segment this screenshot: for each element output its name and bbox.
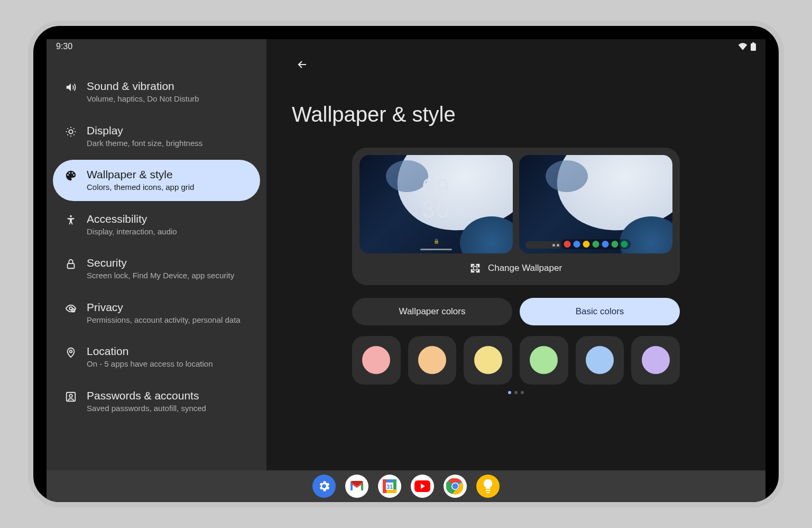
color-tabs: Wallpaper colors Basic colors xyxy=(352,298,680,325)
svg-point-10 xyxy=(69,394,72,397)
setting-subtitle: Permissions, account activity, personal … xyxy=(87,315,248,325)
lock-icon xyxy=(64,258,77,270)
lock-small-icon: 🔒 xyxy=(433,239,439,244)
wallpaper-icon xyxy=(470,263,481,274)
setting-subtitle: Screen lock, Find My Device, app securit… xyxy=(87,270,248,281)
sidebar-item-sound[interactable]: Sound & vibration Volume, haptics, Do No… xyxy=(53,71,260,113)
pager-dot[interactable] xyxy=(521,391,524,394)
sidebar-item-display[interactable]: Display Dark theme, font size, brightnes… xyxy=(53,116,260,157)
color-swatch-purple[interactable] xyxy=(631,336,680,385)
privacy-icon xyxy=(64,302,77,315)
tab-wallpaper-colors[interactable]: Wallpaper colors xyxy=(352,298,512,325)
svg-rect-1 xyxy=(752,42,754,44)
app-calendar[interactable]: 31 xyxy=(378,475,401,498)
setting-title: Sound & vibration xyxy=(87,80,248,93)
tab-basic-colors[interactable]: Basic colors xyxy=(520,298,680,325)
setting-subtitle: Saved passwords, autofill, synced xyxy=(87,403,248,414)
screen: 9:30 Sound & vibration xyxy=(47,39,765,502)
svg-point-23 xyxy=(453,484,458,489)
homescreen-preview[interactable] xyxy=(519,155,672,253)
setting-subtitle: Dark theme, font size, brightness xyxy=(87,138,248,149)
brightness-icon xyxy=(64,125,77,138)
app-chrome[interactable] xyxy=(444,475,467,498)
color-swatch-yellow[interactable] xyxy=(464,336,512,385)
setting-title: Privacy xyxy=(87,301,248,314)
setting-title: Display xyxy=(87,124,248,137)
pager-dot[interactable] xyxy=(508,391,511,394)
status-time: 9:30 xyxy=(56,42,72,51)
change-wallpaper-button[interactable]: Change Wallpaper xyxy=(359,253,672,278)
location-icon xyxy=(64,346,77,359)
tablet-frame: 9:30 Sound & vibration xyxy=(28,21,784,507)
pager-dot[interactable] xyxy=(514,391,518,394)
setting-subtitle: Volume, haptics, Do Not Disturb xyxy=(87,94,248,104)
setting-subtitle: On - 5 apps have access to location xyxy=(87,359,248,369)
sidebar-item-passwords[interactable]: Passwords & accounts Saved passwords, au… xyxy=(53,381,260,422)
taskbar: 31 xyxy=(47,470,765,502)
svg-point-3 xyxy=(70,215,72,217)
app-keep[interactable] xyxy=(476,475,500,498)
back-button[interactable] xyxy=(292,54,313,75)
change-wallpaper-label: Change Wallpaper xyxy=(488,263,562,274)
sidebar-item-security[interactable]: Security Screen lock, Find My Device, ap… xyxy=(53,248,260,289)
setting-title: Wallpaper & style xyxy=(87,168,248,181)
color-swatch-green[interactable] xyxy=(520,336,568,385)
setting-subtitle: Colors, themed icons, app grid xyxy=(87,182,248,193)
svg-point-8 xyxy=(70,350,72,353)
account-icon xyxy=(64,390,77,403)
svg-rect-11 xyxy=(474,267,477,270)
color-swatch-blue[interactable] xyxy=(576,336,624,385)
setting-title: Passwords & accounts xyxy=(87,389,248,402)
lock-clock: 09 30 xyxy=(422,176,450,221)
setting-subtitle: Display, interaction, audio xyxy=(87,226,248,237)
color-swatches xyxy=(352,336,680,385)
app-youtube[interactable] xyxy=(411,475,434,498)
settings-sidebar: Sound & vibration Volume, haptics, Do No… xyxy=(47,39,266,470)
sidebar-item-location[interactable]: Location On - 5 apps have access to loca… xyxy=(53,336,260,378)
detail-panel: Wallpaper & style 09 30 🔒 xyxy=(266,39,765,470)
setting-title: Security xyxy=(87,257,248,269)
color-swatch-orange[interactable] xyxy=(408,336,457,385)
page-title: Wallpaper & style xyxy=(292,103,740,126)
svg-text:31: 31 xyxy=(386,484,393,490)
svg-rect-4 xyxy=(68,263,75,268)
wallpaper-preview-card: 09 30 🔒 xyxy=(352,148,680,285)
app-settings[interactable] xyxy=(312,475,336,498)
setting-title: Accessibility xyxy=(87,213,248,225)
wifi-icon xyxy=(738,43,748,50)
svg-point-2 xyxy=(69,130,72,133)
setting-title: Location xyxy=(87,345,248,358)
sidebar-item-privacy[interactable]: Privacy Permissions, account activity, p… xyxy=(53,293,260,334)
pager-dots xyxy=(292,391,740,394)
volume-icon xyxy=(64,81,77,94)
app-gmail[interactable] xyxy=(345,475,368,498)
status-bar: 9:30 xyxy=(56,39,756,54)
battery-icon xyxy=(751,42,756,51)
palette-icon xyxy=(64,169,77,182)
lockscreen-preview[interactable]: 09 30 🔒 xyxy=(359,155,513,253)
color-swatch-pink[interactable] xyxy=(352,336,401,385)
svg-rect-0 xyxy=(751,43,756,51)
sidebar-item-wallpaper[interactable]: Wallpaper & style Colors, themed icons, … xyxy=(53,160,260,201)
sidebar-item-accessibility[interactable]: Accessibility Display, interaction, audi… xyxy=(53,204,260,245)
accessibility-icon xyxy=(64,214,77,226)
